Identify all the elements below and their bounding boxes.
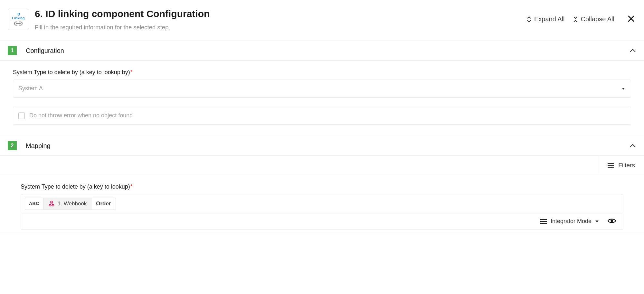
integrator-mode-label: Integrator Mode (551, 218, 592, 225)
chip-type-prefix: ABC (25, 198, 43, 210)
preview-button[interactable] (606, 217, 617, 226)
eye-icon (608, 218, 616, 224)
filters-label: Filters (618, 162, 635, 169)
link-icon (14, 21, 23, 26)
mapping-value-input[interactable]: ABC 1. Webhook Order (21, 194, 623, 213)
page-title: 6. ID linking component Configuration (35, 7, 526, 21)
svg-rect-7 (540, 221, 542, 222)
mapping-mode-bar: Integrator Mode (21, 213, 623, 230)
chip-source-text: 1. Webhook (58, 200, 87, 208)
svg-point-5 (51, 201, 52, 203)
section-configuration-header[interactable]: 1 Configuration (0, 41, 644, 61)
section-mapping-header[interactable]: 2 Mapping (0, 136, 644, 156)
sliders-icon (607, 162, 614, 169)
collapse-all-button[interactable]: Collapse All (573, 15, 614, 23)
system-type-label: System Type to delete by (a key to looku… (13, 68, 631, 76)
required-asterisk: * (130, 69, 133, 75)
chip-source-segment: 1. Webhook (43, 198, 91, 210)
section-mapping-title: Mapping (26, 141, 629, 150)
section-configuration-title: Configuration (26, 46, 629, 55)
svg-rect-8 (540, 223, 542, 224)
no-error-checkbox-label: Do not throw error when no object found (29, 112, 133, 120)
section-number-badge: 1 (8, 46, 17, 55)
no-error-checkbox[interactable] (18, 113, 25, 119)
caret-down-icon (595, 220, 599, 223)
close-icon (627, 15, 635, 23)
chip-value-text: Order (96, 200, 111, 208)
webhook-icon (48, 200, 55, 207)
icon-line-id: ID (17, 13, 20, 16)
collapse-all-label: Collapse All (581, 15, 614, 23)
required-asterisk: * (130, 183, 133, 190)
section-mapping: 2 Mapping Filters System Type to delete … (0, 136, 644, 233)
caret-down-icon (621, 87, 626, 90)
collapse-vertical-icon (573, 16, 578, 23)
svg-rect-6 (540, 219, 542, 220)
mapping-value-chip[interactable]: ABC 1. Webhook Order (25, 198, 116, 210)
icon-line-linking: Linking (12, 16, 24, 20)
expand-vertical-icon (526, 16, 532, 23)
system-type-value: System A (18, 84, 621, 93)
chevron-up-icon (629, 143, 636, 148)
config-header: ID Linking 6. ID linking component Confi… (0, 0, 644, 41)
svg-point-9 (611, 220, 613, 222)
section-number-badge: 2 (8, 141, 17, 150)
system-type-dropdown[interactable]: System A (13, 80, 631, 98)
section-configuration: 1 Configuration System Type to delete by… (0, 41, 644, 136)
chevron-up-icon (629, 48, 636, 53)
page-subtitle: Fill in the required information for the… (35, 23, 526, 32)
no-error-checkbox-row[interactable]: Do not throw error when no object found (13, 107, 631, 125)
chip-value-segment: Order (91, 198, 115, 210)
svg-rect-0 (611, 163, 613, 164)
mapping-filters-bar: Filters (0, 156, 644, 175)
list-icon (540, 219, 547, 224)
close-button[interactable] (626, 14, 636, 25)
expand-all-button[interactable]: Expand All (526, 15, 565, 23)
component-icon-card: ID Linking (8, 9, 29, 30)
integrator-mode-button[interactable]: Integrator Mode (540, 218, 599, 225)
filters-button[interactable]: Filters (598, 156, 644, 175)
expand-all-label: Expand All (534, 15, 565, 23)
mapping-field-label: System Type to delete by (a key to looku… (21, 183, 623, 191)
svg-rect-1 (609, 165, 610, 166)
svg-rect-2 (611, 167, 612, 168)
